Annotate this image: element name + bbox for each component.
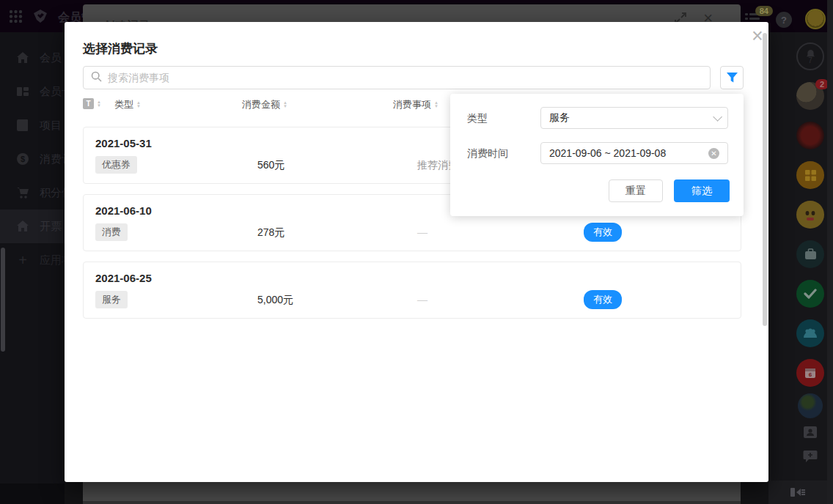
app-red-avatar[interactable] — [796, 122, 824, 149]
record-item: — — [417, 294, 427, 305]
record-amount: 5,000元 — [257, 294, 293, 307]
contact-card-icon[interactable] — [801, 423, 819, 441]
collapse-strip-footer[interactable] — [768, 481, 827, 504]
notifications-bell-icon[interactable]: 7 — [796, 42, 824, 70]
search-box[interactable] — [83, 66, 711, 89]
app-check-icon[interactable] — [796, 280, 824, 308]
filter-type-label: 类型 — [467, 112, 488, 125]
task-count-badge: 84 — [755, 6, 773, 16]
user-avatar[interactable] — [805, 9, 826, 29]
page-scrollbar[interactable] — [827, 0, 833, 504]
sidebar-item-invoicing[interactable]: 开票 — [0, 210, 65, 243]
column-header-item[interactable]: 消费事项 ▲▼ — [393, 98, 438, 111]
book-icon — [16, 119, 29, 132]
sort-icon: ▲▼ — [283, 101, 287, 108]
feedback-chat-icon[interactable] — [801, 448, 819, 465]
column-header-type[interactable]: 类型 ▲▼ — [114, 98, 141, 111]
record-type-tag: 消费 — [95, 223, 128, 241]
sidebar-footer — [0, 483, 65, 504]
record-amount: 560元 — [257, 159, 285, 172]
app-shortcut-strip: 7 2 6 6 — [768, 32, 827, 481]
status-badge: 有效 — [584, 223, 622, 242]
sort-icon: ▲▼ — [136, 101, 141, 108]
app-emoji-avatar[interactable] — [796, 201, 824, 229]
app-grid-icon[interactable] — [9, 10, 23, 26]
apply-filter-button[interactable]: 筛选 — [674, 179, 730, 202]
filter-time-range-input[interactable]: 2021-09-06 ~ 2021-09-08 ✕ — [540, 142, 728, 164]
sidebar-item-consumption-records[interactable]: $ 消费记录 — [0, 142, 65, 176]
sidebar-nav: 会员 会员卡 项目 $ 消费记录 积分使用 开票 + 应用项目 — [0, 32, 65, 483]
filter-popup: 类型 服务 消费时间 2021-09-06 ~ 2021-09-08 ✕ 重置 … — [450, 94, 744, 216]
home-icon — [16, 51, 29, 64]
column-header-amount[interactable]: 消费金额 ▲▼ — [242, 98, 287, 111]
filter-type-select[interactable]: 服务 — [540, 107, 728, 129]
svg-text:6: 6 — [809, 371, 812, 378]
record-date: 2021-05-31 — [95, 137, 152, 149]
record-date: 2021-06-25 — [95, 272, 152, 284]
help-icon[interactable]: ? — [776, 12, 792, 28]
app-logo-icon — [33, 9, 48, 26]
column-header-text[interactable]: T ▲▼ — [83, 98, 101, 109]
collapse-icon — [790, 486, 805, 498]
drawer-footer-edge — [83, 501, 741, 504]
record-amount: 278元 — [257, 226, 285, 240]
filter-time-value: 2021-09-06 ~ 2021-09-08 — [549, 147, 708, 159]
app-avatar-photo[interactable]: 2 — [796, 82, 824, 110]
app-briefcase-icon[interactable] — [796, 240, 824, 268]
search-input[interactable] — [108, 72, 702, 84]
invoice-icon — [16, 220, 29, 233]
record-type-tag: 优惠券 — [95, 156, 137, 174]
sidebar-item-points-usage[interactable]: 积分使用 — [0, 176, 65, 210]
page-scrollbar-thumb[interactable] — [1, 248, 5, 352]
filter-button[interactable] — [720, 66, 744, 89]
record-item: — — [417, 226, 427, 238]
modal-title: 选择消费记录 — [83, 40, 158, 57]
sidebar-item-add-app[interactable]: + 应用项目 — [0, 243, 65, 277]
sort-icon: ▲▼ — [97, 100, 101, 108]
record-row-3[interactable]: 2021-06-25 服务 5,000元 — 有效 — [83, 262, 741, 319]
svg-text:$: $ — [21, 155, 25, 163]
reset-button[interactable]: 重置 — [609, 179, 663, 202]
app-grid-tile-icon[interactable] — [796, 161, 824, 189]
filter-type-value: 服务 — [549, 111, 713, 125]
record-date: 2021-06-10 — [95, 204, 152, 217]
app-globe-avatar[interactable] — [798, 393, 823, 418]
sidebar-item-members[interactable]: 会员 — [0, 41, 65, 75]
search-icon — [91, 71, 102, 85]
funnel-icon — [727, 73, 738, 83]
text-type-chip: T — [83, 98, 94, 109]
sort-icon: ▲▼ — [434, 101, 438, 108]
status-badge: 有效 — [584, 290, 622, 309]
app-calendar-icon[interactable]: 6 6 — [796, 359, 824, 387]
record-type-tag: 服务 — [95, 291, 128, 308]
chevron-down-icon — [713, 112, 722, 122]
card-icon — [16, 85, 29, 98]
select-consumption-record-modal: × 选择消费记录 T ▲▼ 类型 ▲▼ 消费金额 ▲▼ 消费事项 ▲▼ 2021… — [65, 22, 768, 482]
filter-time-label: 消费时间 — [467, 147, 508, 160]
clear-icon[interactable]: ✕ — [708, 148, 719, 159]
modal-scrollbar-thumb[interactable] — [763, 33, 767, 326]
sidebar-item-member-cards[interactable]: 会员卡 — [0, 75, 65, 108]
dollar-circle-icon: $ — [16, 152, 29, 166]
app-people-icon[interactable] — [796, 319, 824, 347]
sidebar-item-projects[interactable]: 项目 — [0, 108, 65, 142]
cart-icon — [16, 186, 29, 199]
plus-icon: + — [16, 252, 29, 269]
